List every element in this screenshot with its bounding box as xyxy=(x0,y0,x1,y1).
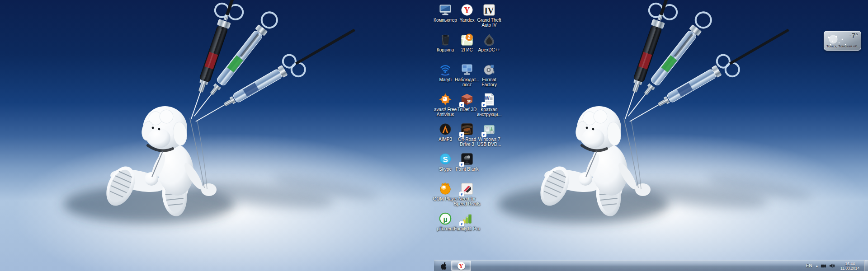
desktop-icon-label: ApexDC++ xyxy=(475,47,503,52)
desktop-icon-label: Краткая инструкци... xyxy=(475,107,503,117)
yandex-browser-icon: Y xyxy=(458,262,465,270)
desktop-icon-instruction-doc[interactable]: W Краткая инструкци... xyxy=(475,93,503,117)
desktop-icon-label: Format Factory xyxy=(475,77,503,87)
format-factory-icon xyxy=(482,63,496,76)
nfs-rivals-icon xyxy=(460,182,474,196)
computer-icon xyxy=(439,3,452,17)
volume-icon[interactable] xyxy=(829,263,835,269)
weather-gadget[interactable]: -7° Томск, Томская об... xyxy=(824,31,861,51)
desktop-icon-point-blank[interactable]: Point Blank xyxy=(453,152,481,172)
svg-text:µ: µ xyxy=(443,215,447,223)
offroad-drive-icon xyxy=(460,122,474,136)
win7-usb-dvd-icon xyxy=(482,122,496,136)
avast-icon xyxy=(439,93,452,106)
shortcut-arrow-icon xyxy=(459,102,464,107)
desktop-icon-label: Family11 Pro xyxy=(453,226,481,231)
recycle-bin-icon xyxy=(439,33,452,47)
surveillance-icon xyxy=(460,63,474,76)
dual-monitor-desktop: Компьютер Y Yandex IV Grand Theft Auto I… xyxy=(0,0,868,271)
aimp3-icon xyxy=(439,122,452,136)
svg-text:S: S xyxy=(443,155,448,164)
shortcut-arrow-icon xyxy=(481,102,486,107)
taskbar: Y EN ▲ 16:44 11.03.2014 xyxy=(434,260,868,271)
clock-date: 11.03.2014 xyxy=(838,266,862,271)
svg-text:W: W xyxy=(485,95,490,101)
maryfi-icon xyxy=(439,63,452,76)
point-blank-icon xyxy=(460,152,474,166)
yandex-browser-icon: Y xyxy=(460,3,474,17)
desktop-icon-family11-pro[interactable]: Family11 Pro xyxy=(453,212,481,231)
family11-icon xyxy=(460,212,474,225)
desktop-icon-apexdc[interactable]: ApexDC++ xyxy=(475,33,503,52)
desktop-icon-label: Windows 7 USB DVD... xyxy=(475,137,503,147)
desktop-icon-label: Grand Theft Auto IV xyxy=(475,18,503,28)
show-desktop-button[interactable] xyxy=(864,260,868,271)
desktop-icon-label: Point Blank xyxy=(453,167,481,172)
shortcut-arrow-icon xyxy=(481,132,486,137)
desktop-icon-label: Need for Speed Rivals xyxy=(453,196,481,206)
network-icon[interactable] xyxy=(821,263,826,269)
desktop-icon-win7-usb-dvd[interactable]: Windows 7 USB DVD... xyxy=(475,122,503,147)
show-hidden-icons-button[interactable]: ▲ xyxy=(816,264,818,267)
desktop-icon-gta4[interactable]: IV Grand Theft Auto IV xyxy=(475,3,503,28)
word-document-icon: W xyxy=(482,93,496,106)
system-tray: EN ▲ 16:44 11.03.2014 xyxy=(805,260,862,271)
weather-temperature: -7° xyxy=(849,32,858,39)
svg-text:3D: 3D xyxy=(467,99,472,103)
language-indicator[interactable]: EN xyxy=(805,263,813,268)
gom-player-icon xyxy=(439,182,452,196)
svg-text:Y: Y xyxy=(464,6,470,15)
desktop-icon-format-factory[interactable]: Format Factory xyxy=(475,63,503,87)
start-button[interactable] xyxy=(439,261,448,271)
shortcut-arrow-icon xyxy=(459,132,464,137)
monitor-1-wallpaper xyxy=(0,0,439,271)
shortcut-arrow-icon xyxy=(459,162,464,167)
gta4-icon: IV xyxy=(482,3,496,17)
taskbar-clock[interactable]: 16:44 11.03.2014 xyxy=(838,262,862,271)
taskbar-app-yandex-browser[interactable]: Y xyxy=(451,261,471,271)
clock-time: 16:44 xyxy=(838,262,862,266)
skype-icon: S xyxy=(439,152,452,166)
shortcut-arrow-icon xyxy=(459,192,464,196)
2gis-icon: 2 xyxy=(460,33,474,47)
apexdc-icon xyxy=(482,33,496,47)
weather-location: Томск, Томская об... xyxy=(826,44,860,48)
svg-text:2: 2 xyxy=(468,35,471,40)
utorrent-icon: µ xyxy=(439,212,452,225)
desktop-icon-nfs-rivals[interactable]: Need for Speed Rivals xyxy=(453,182,481,206)
apple-start-icon xyxy=(440,262,447,270)
tridef3d-icon: 3D xyxy=(460,93,474,106)
svg-text:IV: IV xyxy=(485,6,494,15)
shortcut-arrow-icon xyxy=(459,221,464,226)
